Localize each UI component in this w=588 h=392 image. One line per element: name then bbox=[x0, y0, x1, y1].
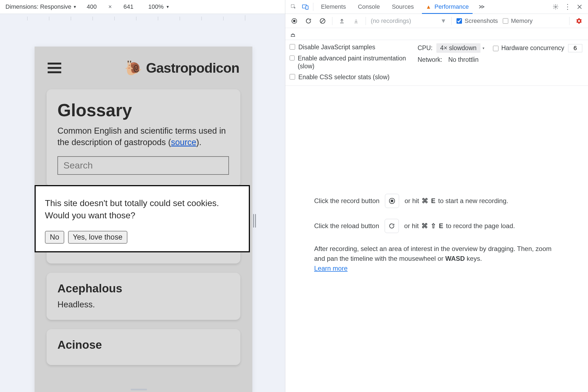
paint-instrumentation-checkbox[interactable]: Enable advanced paint instrumentation (s… bbox=[290, 54, 409, 70]
css-selector-stats-checkbox[interactable]: Enable CSS selector stats (slow) bbox=[290, 73, 409, 81]
record-icon bbox=[385, 194, 399, 208]
upload-icon[interactable] bbox=[337, 16, 347, 26]
cookie-dialog: This site doesn't but totally could set … bbox=[35, 185, 250, 252]
svg-point-5 bbox=[293, 20, 296, 22]
dimension-separator: × bbox=[107, 3, 114, 10]
hardware-concurrency-checkbox[interactable]: Hardware concurrency bbox=[493, 44, 564, 52]
reload-button[interactable] bbox=[304, 16, 313, 26]
tab-console[interactable]: Console bbox=[352, 0, 386, 14]
devtools-panel: Elements Console Sources ▲ Performance ⋮ bbox=[285, 0, 588, 392]
svg-rect-7 bbox=[291, 35, 295, 36]
cookie-yes-button[interactable]: Yes, love those bbox=[68, 231, 127, 244]
network-throttle-row: Network: No throttlin bbox=[418, 56, 583, 63]
record-button[interactable] bbox=[290, 16, 299, 26]
cookie-no-button[interactable]: No bbox=[45, 231, 64, 244]
memory-checkbox[interactable]: Memory bbox=[503, 17, 532, 24]
source-link[interactable]: source bbox=[171, 137, 196, 147]
snail-icon: 🐌 bbox=[124, 60, 142, 76]
chevron-down-icon: ▼ bbox=[482, 47, 485, 50]
cookie-text: This site doesn't but totally could set … bbox=[45, 197, 240, 222]
after-recording-hint: After recording, select an area of inter… bbox=[314, 244, 559, 273]
close-icon[interactable] bbox=[575, 2, 584, 11]
cpu-throttle-select[interactable]: 4× slowdown bbox=[436, 43, 480, 53]
svg-point-9 bbox=[391, 200, 393, 202]
perf-toolbar-secondary bbox=[285, 28, 588, 40]
chevron-down-icon: ▼ bbox=[73, 5, 77, 9]
warning-icon: ▲ bbox=[426, 4, 431, 10]
no-recordings-label: (no recordings) bbox=[371, 17, 411, 24]
glossary-entry: Acinose bbox=[47, 329, 240, 365]
screenshots-checkbox[interactable]: Screenshots bbox=[457, 17, 498, 24]
entry-term: Acinose bbox=[57, 338, 229, 351]
chevron-down-icon: ▼ bbox=[166, 5, 170, 9]
perf-settings-icon[interactable] bbox=[574, 16, 584, 26]
hardware-concurrency-input[interactable] bbox=[568, 44, 582, 52]
perf-empty-state: Click the record button or hit ⌘ E to st… bbox=[285, 86, 588, 392]
page-header: 🐌 Gastropodicon bbox=[35, 47, 252, 82]
drawer-handle[interactable] bbox=[131, 389, 147, 390]
settings-gear-icon[interactable] bbox=[551, 2, 560, 11]
device-toggle-icon[interactable] bbox=[299, 0, 311, 14]
zoom-label: 100% bbox=[148, 3, 164, 10]
search-input[interactable] bbox=[57, 156, 229, 175]
download-icon[interactable] bbox=[351, 16, 361, 26]
glossary-card: Glossary Common English and scientific t… bbox=[47, 89, 240, 187]
svg-rect-0 bbox=[291, 5, 294, 8]
tab-elements[interactable]: Elements bbox=[315, 0, 352, 14]
hamburger-menu-button[interactable] bbox=[48, 63, 61, 73]
chevron-down-icon[interactable]: ▼ bbox=[440, 17, 446, 24]
reload-hint: Click the reload button or hit ⌘ ⇧ E to … bbox=[314, 219, 559, 233]
glossary-lead: Common English and scientific terms used… bbox=[57, 125, 229, 148]
inspect-element-icon[interactable] bbox=[287, 0, 299, 14]
entry-term: Acephalous bbox=[57, 282, 229, 295]
brand-title: Gastropodicon bbox=[146, 60, 239, 76]
disable-js-samples-checkbox[interactable]: Disable JavaScript samples bbox=[290, 43, 409, 51]
perf-capture-settings: Disable JavaScript samples Enable advanc… bbox=[285, 40, 588, 86]
entry-definition: Headless. bbox=[57, 299, 229, 310]
dimensions-label: Dimensions: Responsive bbox=[5, 3, 71, 10]
tab-performance[interactable]: ▲ Performance bbox=[420, 0, 475, 14]
svg-point-3 bbox=[555, 6, 556, 8]
zoom-dropdown[interactable]: 100% ▼ bbox=[148, 3, 170, 10]
record-hint: Click the record button or hit ⌘ E to st… bbox=[314, 194, 559, 208]
kebab-icon[interactable]: ⋮ bbox=[563, 2, 572, 11]
svg-rect-2 bbox=[306, 6, 308, 9]
network-throttle-select[interactable]: No throttlin bbox=[448, 56, 479, 63]
perf-toolbar: (no recordings) ▼ Screenshots Memory bbox=[285, 14, 588, 28]
reload-icon bbox=[385, 219, 399, 233]
width-input[interactable] bbox=[80, 2, 103, 11]
height-input[interactable] bbox=[117, 2, 140, 11]
brand: 🐌 Gastropodicon bbox=[124, 60, 239, 76]
glossary-entry: Acephalous Headless. bbox=[47, 273, 240, 320]
cpu-throttle-row: CPU: 4× slowdown ▼ Hardware concurrency bbox=[418, 43, 583, 53]
viewport-area: 🐌 Gastropodicon Glossary Common English … bbox=[0, 14, 285, 392]
dimensions-dropdown[interactable]: Dimensions: Responsive ▼ bbox=[5, 3, 77, 10]
resize-handle[interactable] bbox=[253, 214, 259, 228]
more-tabs-button[interactable] bbox=[475, 0, 488, 14]
tab-sources[interactable]: Sources bbox=[386, 0, 420, 14]
learn-more-link[interactable]: Learn more bbox=[314, 265, 348, 272]
ruler-horizontal bbox=[27, 14, 285, 22]
glossary-heading: Glossary bbox=[57, 100, 229, 120]
devtools-tabs: Elements Console Sources ▲ Performance ⋮ bbox=[285, 0, 588, 14]
collect-garbage-icon[interactable] bbox=[290, 31, 296, 37]
clear-button[interactable] bbox=[318, 16, 327, 26]
